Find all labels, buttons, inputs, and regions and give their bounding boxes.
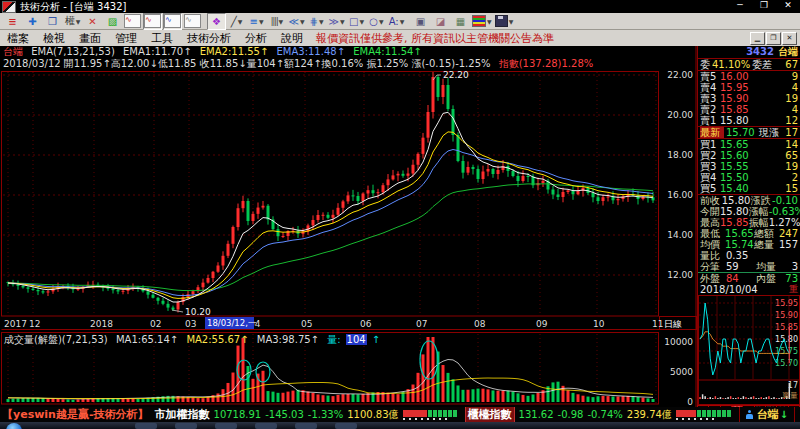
svg-text:18/03/12,一: 18/03/12,一 — [207, 318, 256, 328]
stock-name: 台端 — [778, 46, 798, 58]
menu-file[interactable]: 檔案 — [0, 31, 36, 46]
eraser-icon[interactable]: ◪ — [431, 13, 450, 30]
svg-text:10.20: 10.20 — [185, 307, 211, 317]
windows-taskbar[interactable] — [0, 422, 800, 429]
export-icon[interactable]: ▦ — [451, 13, 470, 30]
commission-ratio-row: 委 41.10% 委差 67 — [698, 59, 800, 71]
ask-row-2[interactable]: 賣215.854 — [698, 104, 800, 115]
svg-text:5000: 5000 — [670, 367, 693, 377]
menu-view[interactable]: 檢視 — [36, 31, 72, 46]
chart-area[interactable]: 台端 EMA(7,13,21,53) EMA1:11.70↑ EMA2:11.5… — [0, 46, 697, 407]
svg-text:07: 07 — [416, 319, 427, 329]
svg-text:單量: 單量 — [782, 391, 798, 400]
rectangle-icon[interactable]: □▼ — [347, 13, 366, 30]
menu-screen[interactable]: 畫面 — [72, 31, 108, 46]
status-bar: 【yeswin越是贏-技術分析】 市加權指數 10718.91 -145.03 … — [0, 407, 800, 422]
otc-label[interactable]: 櫃檯指數 — [465, 407, 515, 422]
taiex-change: -145.03 — [265, 409, 304, 420]
ask-row-5[interactable]: 賣516.009 — [698, 71, 800, 82]
bid-row-2[interactable]: 買215.6065 — [698, 150, 800, 161]
taskbar-app-icon[interactable] — [335, 423, 357, 429]
multi-pane-icon[interactable]: ❖ — [207, 13, 226, 30]
ellipse-icon[interactable]: ○▼ — [367, 13, 386, 30]
otc-change: -0.98 — [558, 409, 584, 420]
delete-icon[interactable]: ✕ — [83, 13, 102, 30]
svg-text:12: 12 — [29, 319, 40, 329]
menu-bar: 檔案 檢視 畫面 管理 工具 技術分析 分析 說明 報價資訊僅供參考, 所有資訊… — [0, 30, 800, 47]
ask-row-4[interactable]: 賣415.954 — [698, 82, 800, 93]
taskbar-app-icon[interactable] — [255, 423, 277, 429]
stock-code: 3432 — [746, 46, 774, 58]
svg-text:05: 05 — [301, 319, 312, 329]
svg-text:2017: 2017 — [4, 319, 27, 329]
ask-row-3[interactable]: 賣315.9019 — [698, 93, 800, 104]
trendline-icon[interactable]: ╱▼ — [227, 13, 246, 30]
grid-slash-icon[interactable]: ▨ — [103, 13, 122, 30]
info-row-low: 最低15.65總額247 — [698, 228, 800, 239]
save-icon[interactable]: ▼ — [494, 13, 515, 30]
svg-text:22.20: 22.20 — [443, 70, 469, 80]
taiex-label[interactable]: 市加權指數 — [155, 407, 210, 422]
ohlc-header: 2018/03/12 開11.95↑高12.00↓低11.85 收11.85↓量… — [3, 58, 598, 70]
fan-lines-icon[interactable]: ≪▼ — [287, 13, 306, 30]
chart-layout-2-icon[interactable]: ∿ — [143, 13, 162, 30]
info-row-prevclose: 前收15.80漲跌-0.10 — [698, 195, 800, 206]
current-stock-box[interactable]: 台端 ↓ — [739, 407, 794, 422]
svg-text:日線: 日線 — [664, 319, 682, 329]
rights-dropdown[interactable]: 權▼ — [63, 13, 82, 30]
last-price: 15.70 — [726, 127, 759, 138]
svg-text:22.00: 22.00 — [667, 70, 693, 80]
mdi-minimize-button[interactable]: ▁ — [750, 32, 765, 45]
taiex-percent: -1.33% — [308, 409, 343, 420]
bid-row-5[interactable]: 買515.4015 — [698, 183, 800, 195]
gann-grid-icon[interactable]: ⋕▼ — [307, 13, 326, 30]
bid-row-1[interactable]: 買115.6514 — [698, 139, 800, 150]
brand-label: 【yeswin越是贏-技術分析】 — [2, 407, 149, 422]
info-row-ticks: 分筆59均量3 — [698, 261, 800, 273]
taskbar-app-icon[interactable] — [135, 423, 157, 429]
mdi-close-button[interactable]: ✕ — [782, 32, 797, 45]
menu-manage[interactable]: 管理 — [108, 31, 144, 46]
chart-layout-3-icon[interactable]: ∿ — [163, 13, 182, 30]
minimize-button[interactable]: ─ — [732, 0, 748, 10]
taskbar-app-icon[interactable] — [295, 423, 317, 429]
svg-text:15.90: 15.90 — [775, 311, 798, 320]
candlestick-chart[interactable]: 22.0020.0018.0016.0014.0012.002017122018… — [0, 46, 697, 407]
menu-tools[interactable]: 工具 — [144, 31, 180, 46]
stock-name-row: 3432 台端 — [698, 46, 800, 59]
info-row-volratio: 量比0.35 — [698, 250, 800, 261]
mdi-restore-button[interactable]: ❐ — [766, 32, 781, 45]
bid-row-3[interactable]: 買315.5519 — [698, 161, 800, 172]
svg-text:0: 0 — [687, 397, 693, 407]
vertical-lines-icon[interactable]: ||||▼ — [267, 13, 286, 30]
restore-button[interactable]: ❐ — [756, 0, 772, 10]
main-toolbar: ≡ ✚ ❐ 權▼ ✕ ▨ ∿ ∿ ∿ ∿ ❖ ╱▼ ≡▼ ||||▼ ≪▼ ⋕▼… — [0, 13, 800, 30]
bid-row-4[interactable]: 買415.502 — [698, 172, 800, 183]
ask-row-1[interactable]: 賣115.8012 — [698, 115, 800, 126]
text-tool-icon[interactable]: A:▼ — [387, 13, 406, 30]
menu-analysis[interactable]: 分析 — [238, 31, 274, 46]
intraday-mini-chart[interactable]: 15.9515.9015.8515.8015.7515.7017單量 — [698, 295, 800, 405]
svg-text:14.00: 14.00 — [667, 230, 693, 240]
menu-technical[interactable]: 技術分析 — [180, 31, 238, 46]
chart-layout-1-icon[interactable]: ∿ — [123, 13, 142, 30]
mdi-window-buttons: ▁ ❐ ✕ — [750, 32, 797, 45]
channel-icon[interactable]: ≡▼ — [247, 13, 266, 30]
menu-help[interactable]: 說明 — [274, 31, 310, 46]
taskbar-app-icon[interactable] — [175, 423, 197, 429]
palette-icon[interactable]: ▼ — [471, 13, 493, 30]
new-window-icon[interactable]: ❐ — [43, 13, 62, 30]
svg-text:15.80: 15.80 — [775, 335, 798, 344]
crosshair-icon[interactable]: ✚ — [23, 13, 42, 30]
otc-updown-widget — [676, 410, 731, 420]
svg-text:20.00: 20.00 — [667, 110, 693, 120]
arrows-icon[interactable]: ≫▼ — [327, 13, 346, 30]
taiex-updown-widget — [403, 410, 457, 420]
start-orb-icon[interactable] — [6, 423, 22, 429]
svg-text:06: 06 — [360, 319, 372, 329]
quote-board-icon[interactable]: ≡ — [3, 13, 22, 30]
copy-icon[interactable]: ▣ — [411, 13, 430, 30]
chart-layout-4-icon[interactable]: ∿ — [183, 13, 202, 30]
taskbar-app-icon[interactable] — [215, 423, 237, 429]
close-button[interactable]: ✕ — [780, 0, 796, 10]
